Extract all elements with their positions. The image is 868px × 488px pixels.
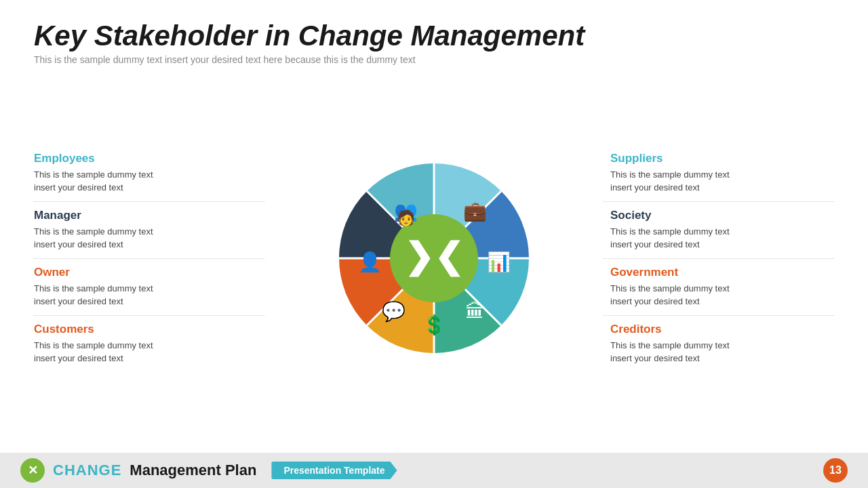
svg-text:❯❮: ❯❮: [404, 237, 464, 277]
stakeholder-text-government: This is the sample dummy text insert you…: [610, 282, 834, 308]
stakeholder-text-customers: This is the sample dummy text insert you…: [34, 339, 258, 365]
right-column: SuppliersThis is the sample dummy text i…: [604, 145, 834, 372]
slide: Key Stakeholder in Change Management Thi…: [0, 0, 868, 488]
stakeholder-title-society: Society: [610, 209, 834, 222]
stakeholder-text-society: This is the sample dummy text insert you…: [610, 225, 834, 251]
svg-text:💼: 💼: [463, 200, 487, 222]
stakeholder-item-employees: EmployeesThis is the sample dummy text i…: [34, 145, 264, 202]
stakeholder-title-manager: Manager: [34, 209, 258, 222]
stakeholder-text-employees: This is the sample dummy text insert you…: [34, 168, 258, 195]
wheel-diagram: ❯❮ 👥 💼 📊 🏛 💲 💬: [326, 150, 542, 367]
stakeholder-item-manager: ManagerThis is the sample dummy text ins…: [34, 202, 264, 259]
stakeholder-item-government: GovernmentThis is the sample dummy text …: [604, 259, 834, 316]
center-column: ❯❮ 👥 💼 📊 🏛 💲 💬: [264, 150, 604, 367]
stakeholder-title-employees: Employees: [34, 152, 258, 165]
footer-logo: ✕: [20, 458, 45, 483]
wheel-svg: ❯❮ 👥 💼 📊 🏛 💲 💬: [326, 150, 542, 367]
title-section: Key Stakeholder in Change Management Thi…: [34, 20, 834, 65]
stakeholder-item-creditors: CreditorsThis is the sample dummy text i…: [604, 316, 834, 372]
stakeholder-title-government: Government: [610, 266, 834, 279]
footer-change-label: CHANGE: [53, 462, 121, 479]
svg-text:🧑: 🧑: [397, 209, 416, 227]
svg-text:🏛: 🏛: [465, 301, 484, 322]
stakeholder-item-society: SocietyThis is the sample dummy text ins…: [604, 202, 834, 259]
footer: ✕ CHANGE Management Plan Presentation Te…: [0, 453, 868, 488]
stakeholder-item-owner: OwnerThis is the sample dummy text inser…: [34, 259, 264, 316]
main-content: Key Stakeholder in Change Management Thi…: [0, 0, 868, 453]
page-title: Key Stakeholder in Change Management: [34, 20, 834, 52]
stakeholder-title-customers: Customers: [34, 323, 258, 336]
stakeholder-title-suppliers: Suppliers: [610, 152, 834, 165]
svg-text:💲: 💲: [422, 314, 446, 336]
left-column: EmployeesThis is the sample dummy text i…: [34, 145, 264, 372]
page-subtitle: This is the sample dummy text insert you…: [34, 54, 834, 65]
stakeholder-item-customers: CustomersThis is the sample dummy text i…: [34, 316, 264, 372]
svg-text:📊: 📊: [487, 251, 511, 273]
stakeholder-text-creditors: This is the sample dummy text insert you…: [610, 339, 834, 365]
stakeholder-title-owner: Owner: [34, 266, 258, 279]
footer-badge: Presentation Template: [271, 462, 397, 479]
stakeholder-text-manager: This is the sample dummy text insert you…: [34, 225, 258, 251]
footer-management-label: Management Plan: [130, 462, 256, 479]
stakeholder-text-owner: This is the sample dummy text insert you…: [34, 282, 258, 308]
stakeholder-title-creditors: Creditors: [610, 323, 834, 336]
footer-logo-icon: ✕: [28, 463, 38, 478]
stakeholder-item-suppliers: SuppliersThis is the sample dummy text i…: [604, 145, 834, 202]
svg-text:👤: 👤: [358, 251, 382, 273]
svg-text:💬: 💬: [382, 300, 406, 323]
body-area: EmployeesThis is the sample dummy text i…: [34, 70, 834, 446]
footer-page-number: 13: [823, 458, 848, 483]
stakeholder-text-suppliers: This is the sample dummy text insert you…: [610, 168, 834, 195]
